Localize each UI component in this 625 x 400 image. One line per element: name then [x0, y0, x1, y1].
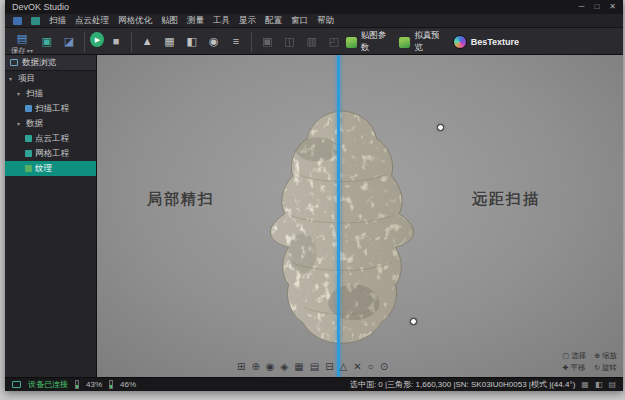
left-scan-label: 局部精扫	[147, 190, 215, 209]
quick-access-icon[interactable]	[31, 17, 40, 25]
main-area: 数据浏览 项目 扫描 扫描工程 数据 点云工程	[5, 55, 623, 377]
sidebar-panel-header: 数据浏览	[5, 55, 96, 71]
menu-item[interactable]: 贴图	[161, 15, 178, 27]
menu-item[interactable]: 工具	[213, 15, 230, 27]
viewport-tool-icon[interactable]: △	[340, 361, 348, 373]
nav-hint[interactable]: ▢ 选择	[563, 351, 587, 361]
open-project-button[interactable]	[37, 29, 57, 53]
chevron-down-icon[interactable]: ▾	[27, 47, 33, 55]
viewport-tool-icon[interactable]: ⊟	[325, 361, 333, 373]
menu-item[interactable]: 网格优化	[118, 15, 152, 27]
save-icon	[11, 29, 33, 47]
fill-holes-button[interactable]	[204, 29, 224, 53]
close-button[interactable]: ✕	[609, 0, 616, 14]
3d-viewport[interactable]: 局部精扫 远距扫描 ⊞⊕◉◈▦▤⊟△✕○⊙ ▢ 选择 ⊕	[97, 55, 623, 377]
control-point[interactable]	[437, 124, 444, 131]
tree-item-data[interactable]: 数据	[5, 116, 96, 131]
realistic-preview-button[interactable]: 拟真预览	[399, 30, 442, 54]
list-status-icon[interactable]: ▤	[608, 380, 616, 389]
viewport-tool-icon[interactable]: ▦	[294, 361, 303, 373]
grid-status-icon[interactable]: ▦	[581, 380, 589, 389]
menu-item[interactable]: 测量	[187, 15, 204, 27]
temperature-meter-icon	[75, 380, 79, 389]
tree-item-project[interactable]: 项目	[5, 71, 96, 86]
control-point[interactable]	[410, 318, 417, 325]
app-window: DevOK Studio ─ □ ✕ 扫描点云处理网格优化贴图测量工具显示配置窗…	[5, 0, 623, 391]
smooth-button[interactable]	[226, 29, 246, 53]
start-scan-button[interactable]	[90, 32, 104, 47]
menu-item[interactable]: 配置	[265, 15, 282, 27]
tree-item-texture[interactable]: 纹理	[5, 161, 96, 176]
cut-button[interactable]	[182, 29, 202, 53]
grid-button[interactable]	[159, 29, 179, 53]
toolbar-separator	[84, 32, 85, 52]
nav-hint[interactable]: ⊕ 缩放	[594, 351, 617, 361]
disabled-tool-button	[324, 29, 344, 53]
viewport-tool-icon[interactable]: ⊕	[251, 361, 259, 373]
viewport-tool-icon[interactable]: ○	[368, 361, 374, 373]
disabled-tool-button	[302, 29, 322, 53]
nav-hint-icon: ✚	[563, 364, 569, 372]
export-button[interactable]	[59, 29, 79, 53]
status-bar: 设备已连接 43% 46% 选中面: 0 |三角形: 1,660,300 |SN…	[5, 377, 623, 391]
toolbar-right-group: 贴图参数 拟真预览 BesTexture	[346, 29, 519, 55]
tree-item-scan[interactable]: 扫描	[5, 86, 96, 101]
nav-hint-icon: ▢	[563, 352, 570, 360]
app-logo-icon	[13, 17, 22, 25]
sidebar: 数据浏览 项目 扫描 扫描工程 数据 点云工程	[5, 55, 97, 377]
menu-item[interactable]: 点云处理	[75, 15, 109, 27]
mesh-button[interactable]	[137, 29, 157, 53]
texture-icon	[25, 165, 32, 172]
panel-status-icon[interactable]: ◧	[595, 380, 603, 389]
model-stats: 选中面: 0 |三角形: 1,660,300 |SN: SK03IU0H0053…	[350, 379, 575, 390]
nav-hint[interactable]: ↻ 旋转	[594, 363, 617, 373]
disabled-tool-button	[279, 29, 299, 53]
menu-item[interactable]: 显示	[239, 15, 256, 27]
viewport-tool-icon[interactable]: ◈	[281, 361, 289, 373]
viewport-tool-icon[interactable]: ◉	[266, 361, 275, 373]
pointcloud-icon	[25, 135, 32, 142]
expand-caret-icon[interactable]	[17, 120, 23, 127]
temperature-meter-icon	[109, 380, 113, 389]
temperature-1: 43%	[86, 380, 102, 389]
nav-hint[interactable]: ✚ 平移	[563, 363, 587, 373]
disabled-tool-button	[257, 29, 277, 53]
mesh-icon	[25, 150, 32, 157]
viewport-tool-icon[interactable]: ⊙	[380, 361, 388, 373]
window-controls: ─ □ ✕	[579, 0, 616, 14]
menu-item[interactable]: 扫描	[49, 15, 66, 27]
toolbar-separator	[251, 32, 252, 52]
maximize-button[interactable]: □	[594, 0, 599, 14]
temperature-2: 46%	[120, 380, 136, 389]
stop-scan-button[interactable]	[106, 29, 126, 53]
menu-item[interactable]: 帮助	[317, 15, 334, 27]
tree-item-pointcloud-project[interactable]: 点云工程	[5, 131, 96, 146]
title-bar: DevOK Studio ─ □ ✕	[5, 0, 623, 14]
device-icon	[12, 381, 21, 388]
expand-caret-icon[interactable]	[17, 90, 23, 97]
status-right-group: 选中面: 0 |三角形: 1,660,300 |SN: SK03IU0H0053…	[350, 379, 616, 390]
texture-params-button[interactable]: 贴图参数	[346, 30, 389, 54]
nav-hint-icon: ↻	[594, 364, 600, 372]
texture-params-icon	[346, 37, 357, 48]
data-browser-icon	[10, 59, 18, 66]
realistic-preview-icon	[399, 37, 410, 48]
viewport-tool-icon[interactable]: ▤	[310, 361, 319, 373]
scanned-model[interactable]	[263, 105, 421, 347]
toolbar-separator	[131, 32, 132, 52]
brand-bestexture[interactable]: BesTexture	[453, 35, 519, 49]
viewport-tool-icon[interactable]: ✕	[353, 361, 361, 373]
toolbar: 保存 ▾ 贴图参数 拟真预览	[5, 28, 623, 55]
tree-item-mesh-project[interactable]: 网格工程	[5, 146, 96, 161]
save-button[interactable]: 保存 ▾	[9, 29, 35, 55]
device-status: 设备已连接	[28, 379, 68, 390]
viewport-tool-icon[interactable]: ⊞	[237, 361, 245, 373]
nav-hints: ▢ 选择 ⊕ 缩放 ✚ 平移 ↻ 旋转	[563, 351, 618, 373]
menu-item[interactable]: 窗口	[291, 15, 308, 27]
comparison-divider-line[interactable]	[337, 55, 340, 377]
scan-project-icon	[25, 105, 32, 112]
expand-caret-icon[interactable]	[9, 75, 15, 82]
tree-item-scan-project[interactable]: 扫描工程	[5, 101, 96, 116]
minimize-button[interactable]: ─	[579, 0, 585, 14]
bestexture-logo-icon	[453, 35, 467, 49]
